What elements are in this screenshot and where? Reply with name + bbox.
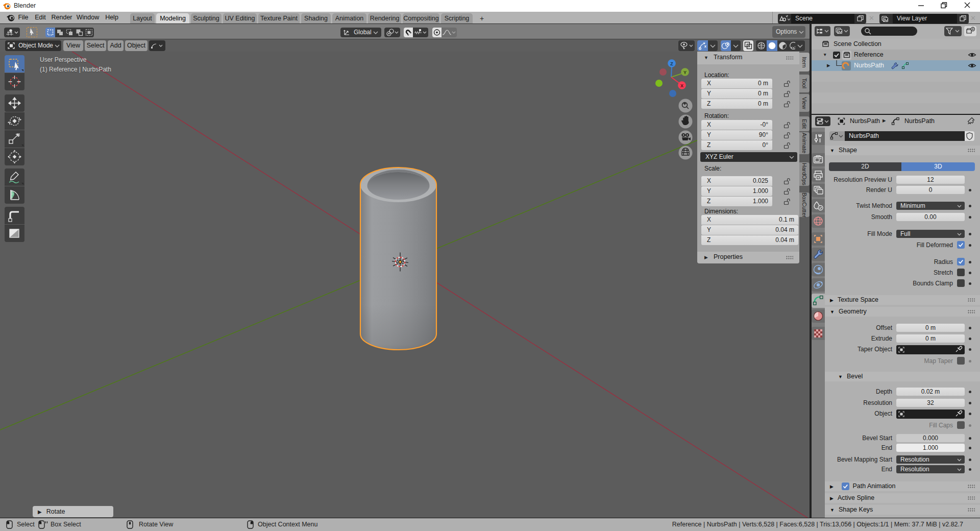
svg-text:Y: Y [683,70,687,75]
svg-text:X: X [680,83,683,88]
svg-text:Z: Z [670,61,673,66]
